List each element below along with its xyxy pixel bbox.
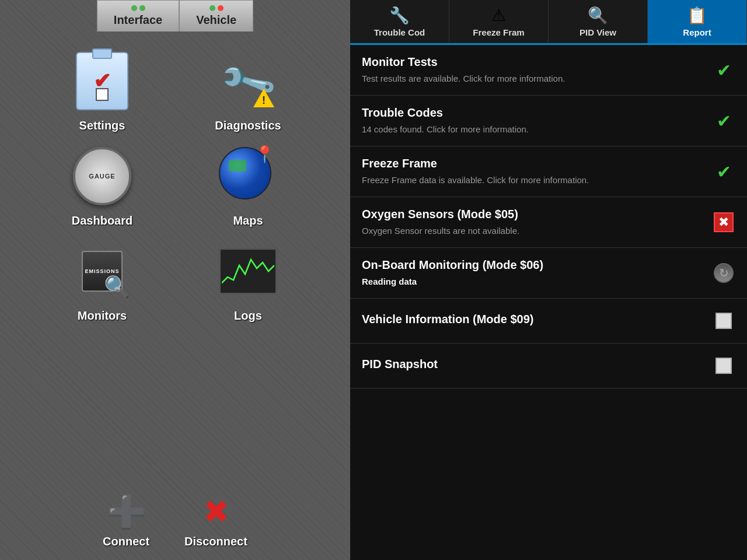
tab-pid-view[interactable]: 🔍 PID View bbox=[549, 0, 648, 43]
on-board-monitoring-content: On-Board Monitoring (Mode $06) Reading d… bbox=[362, 258, 703, 288]
report-item-freeze-frame[interactable]: Freeze Frame Freeze Frame data is availa… bbox=[350, 146, 747, 197]
trouble-codes-desc: 14 codes found. Click for more informati… bbox=[362, 123, 703, 135]
maps-icon: 📍 bbox=[219, 147, 277, 205]
monitors-item[interactable]: EMISSIONS 🔍 Monitors bbox=[35, 239, 169, 323]
oxygen-sensors-status: ✖ bbox=[712, 211, 735, 234]
diagnostics-item[interactable]: 🔧 ! Diagnostics bbox=[181, 49, 315, 132]
spinner-icon: ↻ bbox=[714, 263, 734, 283]
icon-grid: ✔ Settings 🔧 ! Diagnostics bbox=[0, 32, 350, 494]
report-item-monitor-tests[interactable]: Monitor Tests Test results are available… bbox=[350, 45, 747, 96]
report-list: Monitor Tests Test results are available… bbox=[350, 45, 747, 560]
connect-label: Connect bbox=[103, 535, 149, 548]
freeze-frame-tab-icon: ⚠ bbox=[491, 6, 506, 25]
report-tab-icon: 📋 bbox=[687, 6, 707, 25]
vehicle-tab[interactable]: Vehicle bbox=[179, 0, 253, 32]
check-icon-3: ✔ bbox=[717, 162, 731, 182]
maps-icon-box: 📍 bbox=[216, 144, 280, 208]
disconnect-item[interactable]: ✖ Disconnect bbox=[184, 494, 247, 548]
vehicle-information-title: Vehicle Information (Mode $09) bbox=[362, 313, 703, 326]
trouble-codes-content: Trouble Codes 14 codes found. Click for … bbox=[362, 106, 703, 135]
warning-text: ! bbox=[262, 95, 266, 106]
check-icon-2: ✔ bbox=[717, 111, 731, 131]
tab-trouble-codes[interactable]: 🔧 Trouble Cod bbox=[350, 0, 449, 43]
checkbox-empty-icon-2 bbox=[715, 358, 732, 374]
diagnostics-icon-box: 🔧 ! bbox=[216, 49, 280, 113]
connect-item[interactable]: ➕ Connect bbox=[103, 494, 149, 548]
logs-icon bbox=[219, 248, 277, 295]
right-panel: 🔧 Trouble Cod ⚠ Freeze Fram 🔍 PID View 📋… bbox=[350, 0, 747, 560]
freeze-frame-tab-label: Freeze Fram bbox=[473, 27, 524, 37]
pid-view-tab-label: PID View bbox=[580, 27, 616, 37]
pid-view-tab-icon: 🔍 bbox=[588, 6, 608, 25]
diagnostics-icon: 🔧 ! bbox=[219, 52, 277, 110]
tab-bar: 🔧 Trouble Cod ⚠ Freeze Fram 🔍 PID View 📋… bbox=[350, 0, 747, 45]
disconnect-label: Disconnect bbox=[184, 535, 247, 548]
tab-freeze-frame[interactable]: ⚠ Freeze Fram bbox=[449, 0, 549, 43]
map-pin-icon: 📍 bbox=[254, 145, 275, 164]
dot-green-2 bbox=[139, 5, 145, 11]
trouble-codes-tab-icon: 🔧 bbox=[389, 6, 410, 25]
oxygen-sensors-title: Oxygen Sensors (Mode $05) bbox=[362, 208, 703, 221]
pid-snapshot-content: PID Snapshot bbox=[362, 358, 703, 374]
oxygen-sensors-desc: Oxygen Sensor results are not available. bbox=[362, 225, 703, 237]
monitors-label: Monitors bbox=[78, 309, 127, 323]
monitor-tests-title: Monitor Tests bbox=[362, 55, 703, 69]
report-tab-label: Report bbox=[683, 27, 711, 37]
vehicle-information-content: Vehicle Information (Mode $09) bbox=[362, 313, 703, 330]
interface-tab-label: Interface bbox=[114, 13, 162, 27]
pid-snapshot-title: PID Snapshot bbox=[362, 358, 703, 371]
settings-box bbox=[96, 88, 109, 101]
monitor-tests-content: Monitor Tests Test results are available… bbox=[362, 55, 703, 85]
dot-green-3 bbox=[210, 5, 215, 11]
left-panel: Interface Vehicle ✔ Settings bbox=[0, 0, 350, 560]
logs-icon-box bbox=[216, 239, 280, 303]
settings-item[interactable]: ✔ Settings bbox=[35, 49, 169, 132]
settings-icon: ✔ bbox=[76, 52, 128, 110]
monitor-tests-status: ✔ bbox=[712, 58, 735, 82]
freeze-frame-status: ✔ bbox=[712, 160, 735, 183]
diagnostics-label: Diagnostics bbox=[215, 119, 281, 132]
report-item-oxygen-sensors[interactable]: Oxygen Sensors (Mode $05) Oxygen Sensor … bbox=[350, 197, 747, 248]
on-board-monitoring-title: On-Board Monitoring (Mode $06) bbox=[362, 258, 703, 272]
bottom-row: ➕ Connect ✖ Disconnect bbox=[0, 494, 350, 560]
on-board-monitoring-desc: Reading data bbox=[362, 275, 703, 288]
freeze-frame-content: Freeze Frame Freeze Frame data is availa… bbox=[362, 157, 703, 186]
magnifier-icon: 🔍 bbox=[104, 275, 130, 299]
cross-icon: ✖ bbox=[203, 494, 229, 530]
monitor-tests-desc: Test results are available. Click for mo… bbox=[362, 72, 703, 85]
trouble-codes-title: Trouble Codes bbox=[362, 106, 703, 120]
oxygen-sensors-content: Oxygen Sensors (Mode $05) Oxygen Sensor … bbox=[362, 208, 703, 237]
report-item-vehicle-information[interactable]: Vehicle Information (Mode $09) bbox=[350, 299, 747, 344]
report-item-pid-snapshot[interactable]: PID Snapshot bbox=[350, 344, 747, 388]
gauge-icon: GAUGE bbox=[73, 147, 131, 205]
gauge-label: GAUGE bbox=[89, 173, 115, 180]
dashboard-item[interactable]: GAUGE Dashboard bbox=[35, 144, 169, 228]
logs-item[interactable]: Logs bbox=[181, 239, 315, 323]
dot-green bbox=[131, 5, 137, 11]
on-board-monitoring-status: ↻ bbox=[712, 261, 735, 285]
plus-icon: ➕ bbox=[107, 494, 146, 530]
trouble-codes-status: ✔ bbox=[712, 109, 735, 132]
checkbox-empty-icon bbox=[715, 313, 732, 329]
top-nav: Interface Vehicle bbox=[0, 0, 350, 32]
freeze-frame-title: Freeze Frame bbox=[362, 157, 703, 170]
graph-svg bbox=[222, 254, 274, 289]
maps-item[interactable]: 📍 Maps bbox=[181, 144, 315, 228]
pid-snapshot-status bbox=[712, 354, 735, 377]
check-icon: ✔ bbox=[717, 60, 731, 80]
cross-icon: ✖ bbox=[714, 212, 734, 232]
monitors-icon: EMISSIONS 🔍 bbox=[73, 242, 131, 300]
chip-label: EMISSIONS bbox=[85, 268, 119, 275]
vehicle-information-status bbox=[712, 309, 735, 332]
settings-icon-box: ✔ bbox=[70, 49, 134, 113]
trouble-codes-tab-label: Trouble Cod bbox=[374, 27, 425, 37]
dashboard-label: Dashboard bbox=[72, 214, 132, 228]
settings-label: Settings bbox=[79, 119, 125, 132]
freeze-frame-desc: Freeze Frame data is available. Click fo… bbox=[362, 174, 703, 186]
interface-tab[interactable]: Interface bbox=[97, 0, 179, 32]
report-item-on-board-monitoring[interactable]: On-Board Monitoring (Mode $06) Reading d… bbox=[350, 248, 747, 299]
tab-report[interactable]: 📋 Report bbox=[648, 0, 747, 43]
report-item-trouble-codes[interactable]: Trouble Codes 14 codes found. Click for … bbox=[350, 96, 747, 146]
maps-label: Maps bbox=[233, 214, 263, 228]
dashboard-icon-box: GAUGE bbox=[70, 144, 134, 208]
